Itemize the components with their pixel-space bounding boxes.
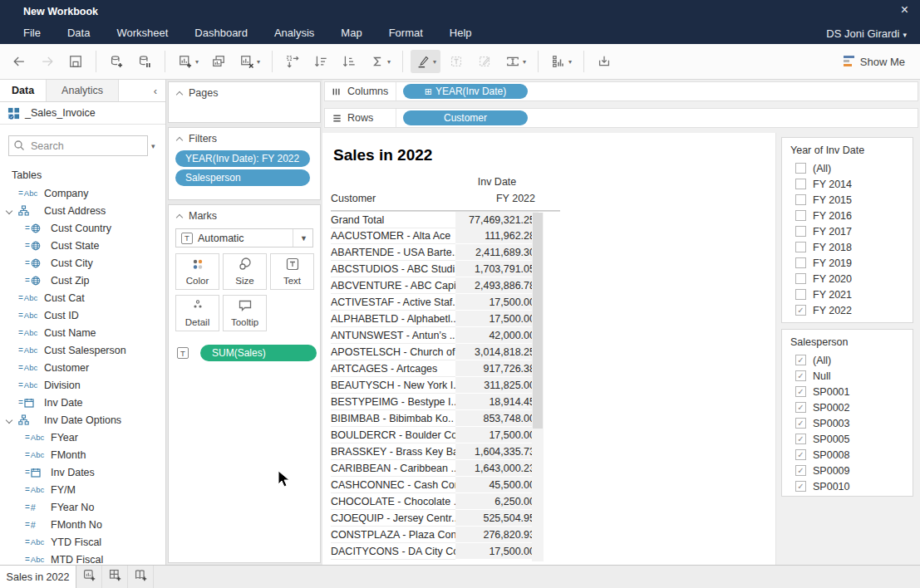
filter-option-fy-2016[interactable]: FY 2016 — [790, 208, 913, 223]
checkbox[interactable] — [795, 163, 806, 174]
marks-button-tooltip[interactable]: Tooltip — [223, 295, 267, 331]
clear-sheet-button[interactable]: ▾ — [234, 50, 264, 73]
checkbox[interactable]: ✓ — [795, 305, 806, 316]
filter-option-fy-2019[interactable]: FY 2019 — [790, 255, 913, 271]
table-row[interactable]: ABARTENDE - USA Barte..2,411,689.30 — [331, 244, 560, 261]
fit-button[interactable]: ▾ — [500, 50, 530, 73]
cell-value[interactable]: 17,500.00 — [455, 543, 539, 560]
scrollbar-thumb[interactable] — [533, 213, 543, 429]
sheet-tab-active[interactable]: Sales in 2022 — [0, 566, 76, 588]
row-header[interactable]: BEAUTYSCH - New York I.. — [331, 377, 455, 394]
table-row[interactable]: BOULDERCR - Boulder Co..17,500.00 — [331, 427, 560, 443]
checkbox[interactable] — [795, 273, 806, 284]
new-dashboard-tab-button[interactable] — [102, 566, 128, 588]
chevron-up-icon[interactable] — [176, 213, 183, 220]
totals-button[interactable]: ▾ — [365, 50, 395, 73]
save-button[interactable] — [63, 50, 88, 73]
rows-shelf[interactable]: Rows Customer — [324, 108, 918, 128]
menu-worksheet[interactable]: Worksheet — [103, 22, 181, 44]
checkbox[interactable] — [795, 194, 806, 205]
checkbox[interactable] — [795, 226, 806, 237]
row-header[interactable]: BRASSKEY - Brass Key Bar — [331, 443, 455, 460]
tab-data[interactable]: Data — [0, 80, 46, 101]
marks-button-size[interactable]: Size — [223, 253, 267, 290]
filter-option-sp0005[interactable]: ✓SP0005 — [790, 431, 913, 447]
close-icon[interactable]: × — [901, 2, 908, 17]
row-header[interactable]: BOULDERCR - Boulder Co.. — [331, 427, 455, 443]
field-fmonth-no[interactable]: =#FMonth No — [0, 516, 165, 533]
menu-map[interactable]: Map — [327, 22, 375, 44]
menu-format[interactable]: Format — [376, 22, 436, 44]
marks-button-color[interactable]: Color — [175, 253, 219, 290]
checkbox[interactable]: ✓ — [795, 402, 806, 413]
field-fyear-no[interactable]: =#FYear No — [0, 498, 165, 516]
marks-button-text[interactable]: Text — [270, 253, 314, 290]
field-inv-dates[interactable]: =Inv Dates — [0, 463, 165, 481]
expand-icon[interactable] — [6, 208, 12, 214]
checkbox[interactable]: ✓ — [795, 386, 806, 397]
row-header[interactable]: ACTIVESTAF - Active Staf.. — [331, 294, 455, 311]
row-header[interactable]: CARIBBEAN - Caribbean .. — [331, 460, 455, 477]
cell-value[interactable]: 111,962.28 — [455, 228, 539, 244]
row-header[interactable]: CASHCONNEC - Cash Con.. — [331, 477, 455, 493]
highlight-button[interactable]: ▾ — [411, 50, 440, 73]
row-header[interactable]: Grand Total — [331, 212, 455, 228]
field-cust-name[interactable]: =AbcCust Name — [0, 324, 165, 341]
sort-descending-button[interactable] — [337, 50, 362, 73]
table-row[interactable]: BRASSKEY - Brass Key Bar1,604,335.73 — [331, 443, 560, 460]
table-row[interactable]: BESTYPEIMG - Bestype I..18,914.45 — [331, 394, 560, 410]
new-worksheet-button[interactable]: ▾ — [173, 50, 203, 73]
table-row[interactable]: ABCSTUDIOS - ABC Studi..1,703,791.05 — [331, 261, 560, 277]
row-header[interactable]: ALPHABETLD - Alphabetl.. — [331, 311, 455, 327]
collapse-panel-icon[interactable]: ‹ — [145, 80, 165, 101]
chevron-up-icon[interactable] — [176, 91, 183, 97]
sort-ascending-button[interactable] — [308, 50, 333, 73]
field-cust-state[interactable]: =Cust State — [0, 237, 165, 254]
field-fyear[interactable]: =AbcFYear — [0, 429, 165, 446]
checkbox[interactable]: ✓ — [795, 449, 806, 460]
row-header[interactable]: APOSTELSCH - Church of .. — [331, 344, 455, 360]
tab-analytics[interactable]: Analytics — [46, 80, 119, 101]
field-fmonth[interactable]: =AbcFMonth — [0, 446, 165, 463]
columns-shelf[interactable]: Columns ⊞YEAR(Inv Date) — [324, 81, 918, 101]
sum-sales-pill[interactable]: SUM(Sales) — [200, 345, 317, 361]
table-row[interactable]: ARTCAGES - Artcages917,726.38 — [331, 360, 560, 377]
chevron-up-icon[interactable] — [176, 136, 183, 143]
cell-value[interactable]: 2,493,886.78 — [455, 277, 539, 294]
checkbox[interactable] — [795, 289, 806, 300]
cell-value[interactable]: 1,703,791.05 — [455, 261, 539, 277]
cell-value[interactable]: 525,504.95 — [455, 510, 539, 527]
search-options-icon[interactable]: ▾ — [151, 142, 155, 150]
download-button[interactable] — [592, 50, 617, 73]
field-company[interactable]: =AbcCompany — [0, 184, 165, 202]
filter-pill-salesperson[interactable]: Salesperson — [175, 169, 310, 186]
cell-value[interactable]: 42,000.00 — [455, 327, 539, 344]
field-fy-m[interactable]: =AbcFY/M — [0, 481, 165, 498]
expand-date-icon[interactable]: ⊞ — [425, 86, 432, 96]
filter-option-all[interactable]: ✓(All) — [790, 352, 913, 368]
menu-data[interactable]: Data — [54, 22, 103, 44]
cell-value[interactable]: 3,014,818.25 — [455, 344, 539, 360]
table-row[interactable]: BIBIMBAB - Bibimbab Ko..853,748.00 — [331, 410, 560, 427]
filter-option-sp0003[interactable]: ✓SP0003 — [790, 415, 913, 431]
table-row[interactable]: DACITYCONS - DA City Co..17,500.00 — [331, 543, 560, 560]
columns-pill[interactable]: ⊞YEAR(Inv Date) — [403, 84, 528, 99]
datasource-item[interactable]: _Sales_Invoice — [0, 102, 165, 125]
checkbox[interactable] — [795, 179, 806, 189]
filter-option-fy-2014[interactable]: FY 2014 — [790, 176, 913, 192]
menu-dashboard[interactable]: Dashboard — [181, 22, 261, 44]
field-cust-address[interactable]: Cust Address — [0, 202, 165, 219]
pause-auto-updates-button[interactable] — [132, 50, 157, 73]
checkbox[interactable]: ✓ — [795, 355, 806, 365]
row-header[interactable]: BESTYPEIMG - Bestype I.. — [331, 394, 455, 410]
search-input[interactable] — [8, 135, 148, 156]
cell-value[interactable]: 18,914.45 — [455, 394, 539, 410]
user-menu[interactable]: DS Joni Girardi▾ — [826, 27, 907, 40]
table-row[interactable]: ANTUNSWEST - Antun’s ..42,000.00 — [331, 327, 560, 344]
table-row[interactable]: APOSTELSCH - Church of ..3,014,818.25 — [331, 344, 560, 360]
new-data-source-button[interactable] — [104, 50, 129, 73]
mark-type-dropdown[interactable]: T Automatic ▼ — [175, 228, 313, 247]
row-header[interactable]: DACITYCONS - DA City Co.. — [331, 543, 455, 560]
table-row[interactable]: CASHCONNEC - Cash Con..45,500.00 — [331, 477, 560, 493]
filter-pill-year-inv-date-fy-2022[interactable]: YEAR(Inv Date): FY 2022 — [175, 150, 310, 167]
